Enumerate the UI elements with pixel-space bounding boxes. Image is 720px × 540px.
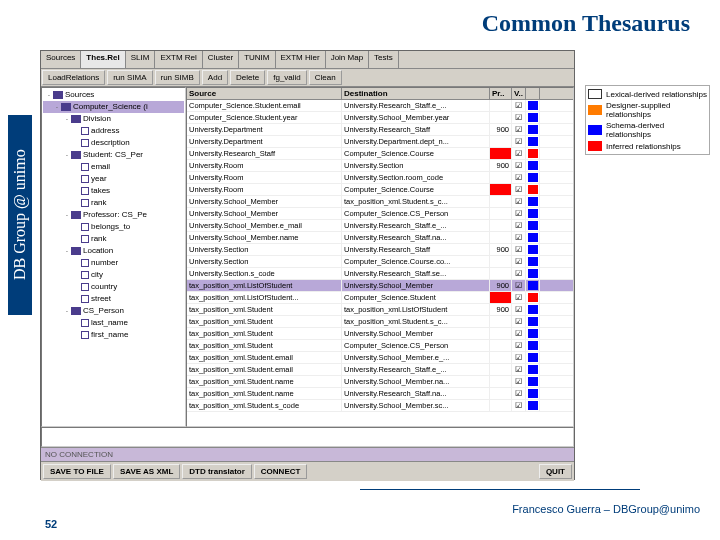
tree-item[interactable]: belongs_to: [43, 221, 184, 233]
table-row[interactable]: tax_position_xml.Student.s_codeUniversit…: [187, 400, 573, 412]
cell-valid-checkbox[interactable]: ☑: [512, 376, 526, 387]
tab-tunim[interactable]: TUNIM: [239, 51, 275, 68]
table-row[interactable]: tax_position_xml.ListOfStudentUniversity…: [187, 280, 573, 292]
button-connect[interactable]: CONNECT: [254, 464, 308, 479]
cell-valid-checkbox[interactable]: ☑: [512, 364, 526, 375]
tree-item[interactable]: email: [43, 161, 184, 173]
cell-valid-checkbox[interactable]: ☑: [512, 268, 526, 279]
tree-item[interactable]: country: [43, 281, 184, 293]
tab-sources[interactable]: Sources: [41, 51, 81, 68]
tree-item[interactable]: takes: [43, 185, 184, 197]
table-row[interactable]: University.School_MemberComputer_Science…: [187, 208, 573, 220]
tab-joinmap[interactable]: Join Map: [326, 51, 369, 68]
cell-valid-checkbox[interactable]: ☑: [512, 160, 526, 171]
cell-valid-checkbox[interactable]: ☑: [512, 208, 526, 219]
tree-handle-icon[interactable]: -: [63, 113, 71, 125]
tab-extmrel[interactable]: EXTM Rel: [155, 51, 202, 68]
tab-tests[interactable]: Tests: [369, 51, 399, 68]
cell-valid-checkbox[interactable]: ☑: [512, 172, 526, 183]
tree-handle-icon[interactable]: -: [63, 245, 71, 257]
tree-handle-icon[interactable]: -: [63, 209, 71, 221]
tab-thesrel[interactable]: Thes.Rel: [81, 51, 125, 68]
table-row[interactable]: University.RoomUniversity.Section.room_c…: [187, 172, 573, 184]
tab-slim[interactable]: SLIM: [126, 51, 156, 68]
cell-valid-checkbox[interactable]: ☑: [512, 196, 526, 207]
toolbar-add[interactable]: Add: [202, 70, 228, 85]
toolbar-runsima[interactable]: run SIMA: [107, 70, 152, 85]
table-row[interactable]: University.SectionComputer_Science.Cours…: [187, 256, 573, 268]
tree-item[interactable]: year: [43, 173, 184, 185]
table-row[interactable]: University.School_Member.nameUniversity.…: [187, 232, 573, 244]
cell-valid-checkbox[interactable]: ☑: [512, 124, 526, 135]
col-color[interactable]: [526, 88, 540, 99]
table-row[interactable]: tax_position_xml.ListOfStudent...Compute…: [187, 292, 573, 304]
toolbar-delete[interactable]: Delete: [230, 70, 265, 85]
table-row[interactable]: tax_position_xml.Student.emailUniversity…: [187, 352, 573, 364]
table-row[interactable]: tax_position_xml.Student.nameUniversity.…: [187, 388, 573, 400]
cell-valid-checkbox[interactable]: ☑: [512, 328, 526, 339]
cell-valid-checkbox[interactable]: ☑: [512, 136, 526, 147]
table-row[interactable]: University.RoomComputer_Science.Course☑: [187, 184, 573, 196]
col-destination[interactable]: Destination: [342, 88, 490, 99]
table-row[interactable]: tax_position_xml.Studenttax_position_xml…: [187, 316, 573, 328]
table-row[interactable]: tax_position_xml.Student.emailUniversity…: [187, 364, 573, 376]
cell-valid-checkbox[interactable]: ☑: [512, 256, 526, 267]
cell-valid-checkbox[interactable]: ☑: [512, 184, 526, 195]
table-row[interactable]: tax_position_xml.Student.nameUniversity.…: [187, 376, 573, 388]
table-row[interactable]: University.RoomUniversity.Section900☑: [187, 160, 573, 172]
tree-item[interactable]: -CS_Person: [43, 305, 184, 317]
cell-valid-checkbox[interactable]: ☑: [512, 304, 526, 315]
table-row[interactable]: University.DepartmentUniversity.Research…: [187, 124, 573, 136]
tree-item[interactable]: -Division: [43, 113, 184, 125]
table-row[interactable]: tax_position_xml.StudentComputer_Science…: [187, 340, 573, 352]
tree-item[interactable]: -Computer_Science (i: [43, 101, 184, 113]
tree-item[interactable]: first_name: [43, 329, 184, 341]
button-dtdtranslator[interactable]: DTD translator: [182, 464, 252, 479]
col-source[interactable]: Source: [187, 88, 342, 99]
tree-item[interactable]: -Student: CS_Per: [43, 149, 184, 161]
cell-valid-checkbox[interactable]: ☑: [512, 220, 526, 231]
table-row[interactable]: tax_position_xml.StudentUniversity.Schoo…: [187, 328, 573, 340]
cell-valid-checkbox[interactable]: ☑: [512, 316, 526, 327]
col-priority[interactable]: Pr..: [490, 88, 512, 99]
tree-handle-icon[interactable]: -: [53, 101, 61, 113]
source-tree[interactable]: -Sources-Computer_Science (i-Divisionadd…: [41, 87, 186, 427]
table-row[interactable]: Computer_Science.Student.yearUniversity.…: [187, 112, 573, 124]
tree-handle-icon[interactable]: -: [63, 149, 71, 161]
tab-cluster[interactable]: Cluster: [203, 51, 239, 68]
cell-valid-checkbox[interactable]: ☑: [512, 232, 526, 243]
quit-button[interactable]: QUIT: [539, 464, 572, 479]
cell-valid-checkbox[interactable]: ☑: [512, 400, 526, 411]
table-row[interactable]: University.School_Membertax_position_xml…: [187, 196, 573, 208]
table-row[interactable]: University.Section.s_codeUniversity.Rese…: [187, 268, 573, 280]
tree-item[interactable]: rank: [43, 233, 184, 245]
tree-item[interactable]: address: [43, 125, 184, 137]
tab-extmhier[interactable]: EXTM Hier: [276, 51, 326, 68]
button-savetofile[interactable]: SAVE TO FILE: [43, 464, 111, 479]
tree-item[interactable]: description: [43, 137, 184, 149]
table-row[interactable]: Computer_Science.Student.emailUniversity…: [187, 100, 573, 112]
tree-item[interactable]: -Sources: [43, 89, 184, 101]
toolbar-fgvalid[interactable]: fg_valid: [267, 70, 307, 85]
toolbar-clean[interactable]: Clean: [309, 70, 342, 85]
relations-grid[interactable]: Source Destination Pr.. V.. Computer_Sci…: [186, 87, 574, 427]
button-saveasxml[interactable]: SAVE AS XML: [113, 464, 180, 479]
cell-valid-checkbox[interactable]: ☑: [512, 292, 526, 303]
table-row[interactable]: University.DepartmentUniversity.Departme…: [187, 136, 573, 148]
tree-item[interactable]: -Location: [43, 245, 184, 257]
toolbar-loadrelations[interactable]: LoadRelations: [42, 70, 105, 85]
tree-item[interactable]: -Professor: CS_Pe: [43, 209, 184, 221]
tree-item[interactable]: last_name: [43, 317, 184, 329]
cell-valid-checkbox[interactable]: ☑: [512, 280, 526, 291]
tree-item[interactable]: street: [43, 293, 184, 305]
cell-valid-checkbox[interactable]: ☑: [512, 100, 526, 111]
cell-valid-checkbox[interactable]: ☑: [512, 244, 526, 255]
table-row[interactable]: University.Research_StaffComputer_Scienc…: [187, 148, 573, 160]
cell-valid-checkbox[interactable]: ☑: [512, 148, 526, 159]
cell-valid-checkbox[interactable]: ☑: [512, 340, 526, 351]
tree-item[interactable]: number: [43, 257, 184, 269]
table-row[interactable]: University.School_Member.e_mailUniversit…: [187, 220, 573, 232]
cell-valid-checkbox[interactable]: ☑: [512, 388, 526, 399]
tree-item[interactable]: rank: [43, 197, 184, 209]
toolbar-runsimb[interactable]: run SIMB: [155, 70, 200, 85]
